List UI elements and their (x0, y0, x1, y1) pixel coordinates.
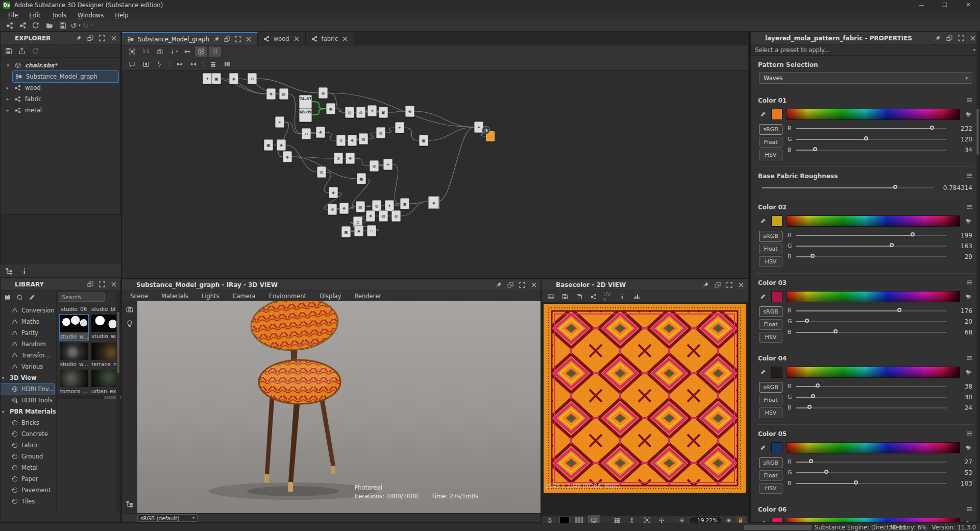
save-icon[interactable] (5, 47, 13, 55)
graph-node[interactable]: ◈ (229, 73, 238, 84)
slider-handle[interactable] (813, 147, 817, 151)
close-icon[interactable] (738, 281, 745, 288)
uv-label-button[interactable]: UV ▾ (602, 292, 614, 302)
tree-item-fabric[interactable]: ▸fabric (1, 93, 120, 105)
graph-node[interactable]: ▣ (400, 198, 409, 209)
library-category-concrete[interactable]: Concrete (1, 428, 56, 440)
graph-node[interactable]: ◈ (277, 139, 286, 151)
slider-handle[interactable] (890, 243, 894, 247)
slider-track[interactable] (796, 404, 947, 411)
close-icon[interactable] (245, 36, 252, 43)
graph-node[interactable]: ▣ (357, 173, 366, 184)
slider-track[interactable] (796, 329, 947, 335)
link-node-button[interactable] (181, 46, 193, 57)
float-icon[interactable] (507, 281, 514, 288)
graph-node[interactable]: ▣ (264, 139, 273, 151)
maximize-icon[interactable] (99, 281, 106, 288)
slider-track[interactable] (796, 469, 947, 476)
save-button[interactable] (559, 292, 571, 302)
graph-node[interactable]: ❖ (366, 210, 375, 222)
view3d-viewport[interactable]: Photoreal Iterations: 1000/1000Time: 27s… (137, 301, 541, 513)
menu-edit[interactable]: Edit (24, 12, 45, 19)
slider-track[interactable] (796, 232, 947, 238)
hsv-mode-button[interactable]: HSV (759, 256, 782, 267)
info-dd-button[interactable]: ▾ (167, 46, 180, 57)
tree-icon[interactable] (5, 267, 13, 275)
float-icon[interactable] (87, 35, 94, 42)
color-swatch[interactable] (771, 215, 782, 227)
color-var-icon[interactable] (964, 217, 972, 225)
float-mode-button[interactable]: Float (759, 470, 782, 481)
library-category-parity[interactable]: Parity (1, 327, 56, 339)
menu-dd-icon[interactable] (965, 279, 973, 287)
library-thumbnail[interactable]: studio_w... (60, 343, 88, 367)
menu-dd-icon[interactable] (965, 172, 973, 180)
output-badge-icon[interactable]: ◑ (482, 126, 490, 134)
info-icon[interactable] (20, 267, 29, 275)
menu-dd-icon[interactable] (965, 505, 973, 514)
tree-item-wood[interactable]: ▸wood (1, 82, 120, 93)
color-var-icon[interactable] (964, 110, 972, 118)
library-thumbnail[interactable]: studio_bl... (91, 306, 120, 312)
eyedropper-icon[interactable] (759, 110, 767, 118)
slider-track[interactable] (796, 243, 947, 249)
tree-icon[interactable] (126, 500, 134, 508)
library-category-hdri-env-[interactable]: HDRI Env... (1, 383, 54, 395)
srgb-mode-button[interactable]: sRGB (759, 382, 782, 393)
library-category-fabric[interactable]: Fabric (1, 440, 56, 451)
graph-tab-substance_model_graph[interactable]: Substance_Model_graph (122, 32, 258, 45)
menu-dd-icon[interactable] (965, 203, 973, 211)
srgb-mode-button[interactable]: sRGB (759, 231, 782, 242)
eyedropper-icon[interactable] (759, 444, 767, 452)
view3d-menu-scene[interactable]: Scene (124, 293, 154, 300)
graph-tab-fabric[interactable]: fabric (306, 32, 355, 45)
color-var-icon[interactable] (964, 519, 972, 523)
graph-button[interactable] (587, 292, 600, 302)
view3d-menu-materials[interactable]: Materials (155, 293, 194, 300)
hue-gradient-bar[interactable] (787, 367, 960, 378)
pencil-icon[interactable] (28, 293, 36, 301)
graph-node[interactable]: ◈ (428, 196, 439, 209)
graph-node[interactable]: ▣ (419, 135, 428, 146)
view2d-canvas[interactable]: 2048 x 2048 (RGBA, 8bpc) (542, 303, 748, 515)
color-swatch[interactable] (771, 109, 782, 120)
blend-node[interactable]: ◉ (326, 103, 335, 114)
library-category-3d-view[interactable]: ▾3D View (1, 372, 56, 383)
library-category-pbr-materials[interactable]: ▾PBR Materials (1, 406, 56, 417)
hsv-mode-button[interactable]: HSV (759, 407, 782, 418)
library-category-conversion[interactable]: Conversion (1, 305, 56, 316)
graph-node[interactable]: ◍ (370, 160, 379, 172)
graph-node[interactable]: ▤ (379, 210, 388, 222)
hsv-mode-button[interactable]: HSV (759, 332, 782, 343)
library-vertical-scrollbar[interactable] (116, 292, 120, 511)
menu-dd-icon[interactable] (965, 354, 973, 363)
camera-icon[interactable] (126, 305, 134, 313)
eyedropper-icon[interactable] (759, 519, 767, 523)
view3d-menu-display[interactable]: Display (313, 293, 347, 300)
float-mode-button[interactable]: Float (759, 395, 782, 405)
slider-handle[interactable] (809, 459, 813, 463)
graph-node[interactable]: ◍ (391, 210, 401, 222)
export-icon[interactable] (18, 47, 26, 55)
refresh-icon[interactable] (31, 47, 39, 55)
hue-gradient-bar[interactable] (787, 215, 960, 227)
new-graph-plus-icon[interactable] (17, 21, 29, 30)
info-button[interactable] (616, 292, 628, 302)
menu-file[interactable]: File (3, 12, 23, 19)
slider-handle[interactable] (930, 126, 934, 130)
graph-node[interactable]: ⊙ (336, 135, 346, 146)
graph-node[interactable]: ✦ (385, 200, 394, 211)
maximize-icon[interactable] (99, 35, 106, 42)
redo-arrow-down-icon[interactable]: ▾ (90, 23, 92, 28)
hue-gradient-bar[interactable] (787, 291, 960, 302)
slider-handle[interactable] (811, 254, 815, 258)
graph-node[interactable]: ▤ (356, 201, 365, 212)
eyedropper-icon[interactable] (759, 293, 767, 301)
image-export-button[interactable] (545, 292, 557, 302)
graph-node[interactable]: ◍ (318, 87, 328, 99)
align-button[interactable] (221, 59, 233, 69)
library-thumbnail[interactable]: studio_06 (60, 306, 88, 312)
folder-plus-icon[interactable] (4, 293, 12, 301)
library-thumbnail[interactable]: terrace_n... (91, 343, 120, 367)
library-thumbnail[interactable]: studio_w... (91, 315, 120, 340)
